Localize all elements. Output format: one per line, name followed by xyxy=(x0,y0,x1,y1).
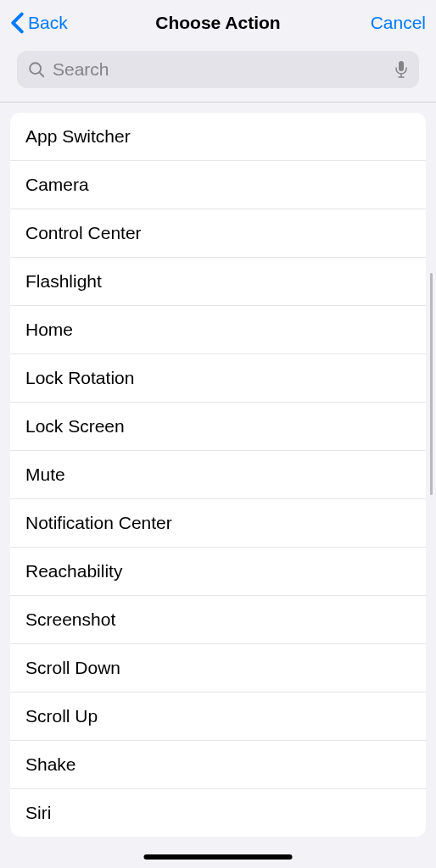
action-item-home[interactable]: Home xyxy=(10,306,426,354)
back-button[interactable]: Back xyxy=(10,12,87,34)
cancel-button[interactable]: Cancel xyxy=(349,13,426,33)
action-item-scroll-down[interactable]: Scroll Down xyxy=(10,644,426,693)
action-list: App Switcher Camera Control Center Flash… xyxy=(10,113,426,837)
action-item-scroll-up[interactable]: Scroll Up xyxy=(10,693,426,741)
action-label: Lock Screen xyxy=(25,416,125,437)
action-item-notification-center[interactable]: Notification Center xyxy=(10,499,426,548)
action-label: Scroll Up xyxy=(25,706,98,726)
action-item-reachability[interactable]: Reachability xyxy=(10,548,426,596)
search-container xyxy=(0,46,436,102)
action-label: Mute xyxy=(25,465,65,485)
svg-line-1 xyxy=(40,73,44,77)
search-field[interactable] xyxy=(17,51,419,88)
action-label: Lock Rotation xyxy=(25,368,134,388)
action-label: Siri xyxy=(25,803,51,823)
page-title: Choose Action xyxy=(87,13,349,33)
action-item-camera[interactable]: Camera xyxy=(10,161,426,209)
navigation-bar: Back Choose Action Cancel xyxy=(0,0,436,46)
microphone-icon[interactable] xyxy=(394,60,409,79)
action-label: Control Center xyxy=(25,223,142,243)
action-item-lock-screen[interactable]: Lock Screen xyxy=(10,403,426,451)
search-icon xyxy=(27,60,46,79)
action-item-lock-rotation[interactable]: Lock Rotation xyxy=(10,354,426,403)
action-label: Scroll Down xyxy=(25,658,120,678)
action-item-control-center[interactable]: Control Center xyxy=(10,209,426,258)
action-item-flashlight[interactable]: Flashlight xyxy=(10,258,426,306)
action-item-app-switcher[interactable]: App Switcher xyxy=(10,113,426,161)
action-label: Home xyxy=(25,320,73,340)
action-label: Shake xyxy=(25,754,76,775)
home-indicator[interactable] xyxy=(144,854,293,860)
search-input[interactable] xyxy=(53,59,394,80)
action-label: App Switcher xyxy=(25,126,131,147)
action-item-shake[interactable]: Shake xyxy=(10,741,426,789)
chevron-left-icon xyxy=(10,12,25,34)
svg-rect-2 xyxy=(399,61,404,71)
action-label: Reachability xyxy=(25,561,122,581)
action-label: Camera xyxy=(25,175,89,195)
action-item-siri[interactable]: Siri xyxy=(10,789,426,837)
back-label: Back xyxy=(28,13,68,33)
action-item-screenshot[interactable]: Screenshot xyxy=(10,596,426,644)
action-label: Notification Center xyxy=(25,513,172,533)
action-label: Screenshot xyxy=(25,609,115,630)
action-item-mute[interactable]: Mute xyxy=(10,451,426,499)
content-area[interactable]: App Switcher Camera Control Center Flash… xyxy=(0,103,436,868)
action-label: Flashlight xyxy=(25,271,102,292)
scroll-indicator[interactable] xyxy=(430,273,433,495)
